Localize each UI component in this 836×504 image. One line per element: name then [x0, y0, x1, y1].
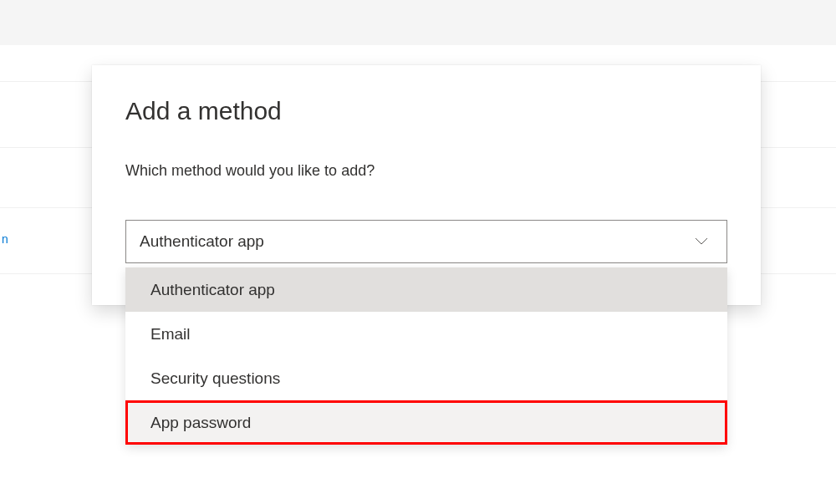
- bg-text-fragment: n: [2, 232, 8, 246]
- select-value: Authenticator app: [140, 232, 264, 251]
- chevron-down-icon: [695, 234, 708, 249]
- dropdown-option-authenticator-app[interactable]: Authenticator app: [125, 267, 727, 312]
- method-dropdown: Authenticator app Email Security questio…: [125, 267, 727, 445]
- top-bar: [0, 0, 836, 45]
- dropdown-option-app-password[interactable]: App password: [125, 400, 727, 445]
- method-select[interactable]: Authenticator app: [125, 220, 727, 263]
- dropdown-option-email[interactable]: Email: [125, 312, 727, 356]
- method-select-wrapper: Authenticator app: [125, 220, 727, 263]
- dropdown-option-security-questions[interactable]: Security questions: [125, 356, 727, 400]
- dialog-question: Which method would you like to add?: [125, 162, 727, 180]
- dialog-title: Add a method: [125, 97, 727, 125]
